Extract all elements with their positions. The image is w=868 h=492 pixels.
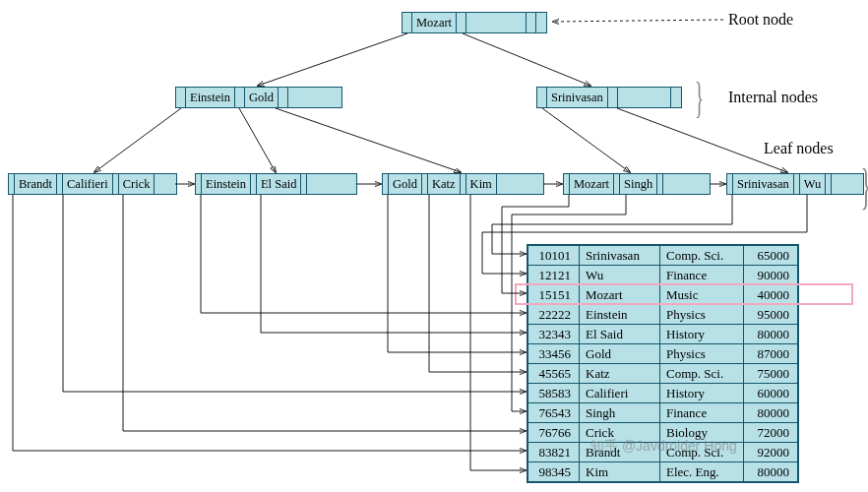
internal-label: Internal nodes — [728, 89, 818, 106]
cell-salary: 80000 — [744, 403, 798, 423]
cell-salary: 72000 — [744, 423, 798, 443]
cell-dept: Comp. Sci. — [660, 246, 744, 266]
leaf-1-key-1: El Said — [257, 174, 301, 194]
leaf-0-key-2: Crick — [119, 174, 155, 194]
cell-id: 12121 — [528, 266, 580, 285]
root-label: Root node — [728, 11, 793, 29]
internal-node-0: Einstein Gold — [175, 87, 342, 108]
cell-salary: 65000 — [744, 246, 798, 266]
cell-name: Mozart — [580, 285, 660, 305]
cell-dept: Comp. Sci. — [660, 364, 744, 384]
cell-id: 32343 — [528, 325, 580, 344]
svg-line-6 — [542, 108, 630, 172]
cell-salary: 60000 — [744, 384, 798, 403]
internal-1-key-0: Srinivasan — [547, 88, 608, 107]
cell-salary: 75000 — [744, 364, 798, 384]
brace-leaf: } — [861, 157, 868, 215]
cell-salary: 87000 — [744, 344, 798, 364]
cell-id: 10101 — [528, 246, 580, 266]
cell-salary: 95000 — [744, 305, 798, 325]
svg-line-0 — [553, 20, 723, 22]
table-row: 10101SrinivasanComp. Sci.65000 — [528, 246, 798, 266]
cell-salary: 40000 — [744, 285, 798, 305]
cell-id: 83821 — [528, 443, 580, 462]
leaf-node-3: Mozart Singh — [563, 173, 711, 195]
leaf-node-2: Gold Katz Kim — [382, 173, 544, 195]
cell-id: 58583 — [528, 384, 580, 403]
cell-salary: 92000 — [744, 443, 798, 462]
table-row: 76543SinghFinance80000 — [528, 403, 798, 423]
cell-salary: 80000 — [744, 462, 798, 482]
cell-dept: Elec. Eng. — [660, 462, 744, 482]
cell-dept: History — [660, 325, 744, 344]
leaf-0-key-0: Brandt — [15, 174, 57, 194]
cell-name: Kim — [580, 462, 660, 482]
cell-id: 76543 — [528, 403, 580, 423]
cell-salary: 80000 — [744, 325, 798, 344]
watermark-text: 知乎 @Javdroider Hong — [590, 438, 737, 456]
cell-name: Wu — [580, 266, 660, 285]
leaf-4-key-0: Srinivasan — [733, 174, 794, 194]
table-row: 98345KimElec. Eng.80000 — [528, 462, 798, 482]
cell-dept: Physics — [660, 344, 744, 364]
leaf-3-key-0: Mozart — [570, 174, 614, 194]
svg-line-2 — [463, 33, 590, 86]
leaf-2-key-2: Kim — [466, 174, 497, 194]
table-row: 58583CalifieriHistory60000 — [528, 384, 798, 403]
table-row: 12121WuFinance90000 — [528, 266, 798, 285]
cell-dept: Finance — [660, 266, 744, 285]
cell-id: 45565 — [528, 364, 580, 384]
table-row: 32343El SaidHistory80000 — [528, 325, 798, 344]
leaf-node-0: Brandt Califieri Crick — [8, 173, 177, 195]
cell-name: Einstein — [580, 305, 660, 325]
leaf-2-key-0: Gold — [389, 174, 422, 194]
cell-name: Katz — [580, 364, 660, 384]
root-key-0: Mozart — [412, 13, 457, 32]
svg-line-3 — [94, 108, 181, 172]
cell-id: 22222 — [528, 305, 580, 325]
leaf-3-key-1: Singh — [620, 174, 657, 194]
cell-id: 33456 — [528, 344, 580, 364]
cell-dept: Physics — [660, 305, 744, 325]
cell-name: Singh — [580, 403, 660, 423]
cell-dept: History — [660, 384, 744, 403]
cell-name: El Said — [580, 325, 660, 344]
table-row: 15151MozartMusic40000 — [528, 285, 798, 305]
svg-line-5 — [276, 108, 461, 172]
cell-dept: Music — [660, 285, 744, 305]
cell-id: 98345 — [528, 462, 580, 482]
internal-0-key-0: Einstein — [186, 88, 235, 107]
cell-salary: 90000 — [744, 266, 798, 285]
table-row: 45565KatzComp. Sci.75000 — [528, 364, 798, 384]
leaf-node-1: Einstein El Said — [195, 173, 357, 195]
table-row: 22222EinsteinPhysics95000 — [528, 305, 798, 325]
cell-name: Califieri — [580, 384, 660, 403]
internal-0-key-1: Gold — [245, 88, 279, 107]
cell-name: Gold — [580, 344, 660, 364]
cell-id: 15151 — [528, 285, 580, 305]
root-node: Mozart — [402, 12, 547, 33]
cell-id: 76766 — [528, 423, 580, 443]
cell-dept: Finance — [660, 403, 744, 423]
leaf-label: Leaf nodes — [764, 140, 834, 157]
table-row: 33456GoldPhysics87000 — [528, 344, 798, 364]
svg-line-4 — [239, 108, 276, 172]
leaf-4-key-1: Wu — [800, 174, 827, 194]
leaf-1-key-0: Einstein — [202, 174, 251, 194]
leaf-node-4: Srinivasan Wu — [726, 173, 864, 195]
internal-node-1: Srinivasan — [536, 87, 682, 108]
leaf-0-key-1: Califieri — [63, 174, 113, 194]
leaf-2-key-1: Katz — [428, 174, 461, 194]
svg-line-1 — [258, 33, 407, 86]
brace-internal: } — [695, 73, 705, 123]
cell-name: Srinivasan — [580, 246, 660, 266]
